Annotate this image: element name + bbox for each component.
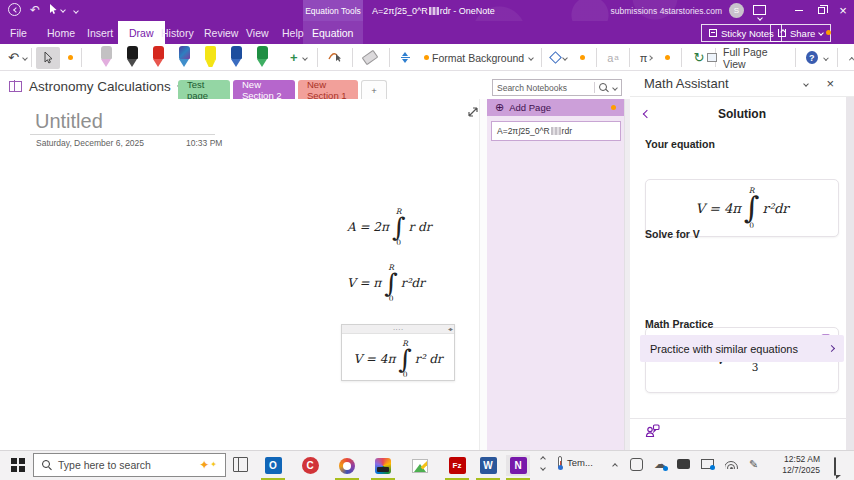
selected-equation-container[interactable]: ···· ◂▸ V = 4π R∫0 r² dr <box>341 324 455 381</box>
section-tab-test-page[interactable]: Test page <box>178 80 230 99</box>
tab-insert[interactable]: Insert <box>87 21 113 44</box>
section-tab-new-section-2[interactable]: New Section 2 <box>233 80 295 99</box>
ribbon-display-options-icon[interactable] <box>753 5 766 15</box>
black-pen[interactable] <box>126 46 139 69</box>
pen-tray-icon[interactable]: ✎ <box>749 458 758 471</box>
add-page-button[interactable]: ⊕ Add Page <box>487 99 624 116</box>
math-practice-label: Math Practice <box>645 318 713 330</box>
taskbar-search-icon <box>42 460 52 470</box>
practice-button[interactable]: Practice with similar equations <box>640 335 844 362</box>
onenote-window: ↶ Equation Tools A=2π∫25_0^Rrdr - OneNot… <box>0 0 854 480</box>
tab-help[interactable]: Help <box>282 21 304 44</box>
undo-icon[interactable]: ↶ <box>30 4 40 16</box>
taskbar-search-box[interactable]: Type here to search ✦ ✦ <box>33 453 226 477</box>
tray-app-icon[interactable] <box>630 458 643 471</box>
page-title[interactable]: Untitled <box>35 110 103 133</box>
select-objects-tool[interactable] <box>36 47 60 69</box>
tab-file[interactable]: File <box>10 21 27 44</box>
undo-dropdown-icon[interactable] <box>22 55 28 61</box>
collapse-ribbon-icon[interactable] <box>849 57 854 62</box>
taskbar-paint-icon[interactable] <box>408 455 432 476</box>
taskbar-clock[interactable]: 12:52 AM 12/7/2025 <box>772 454 820 475</box>
undo-button[interactable]: ↶ <box>8 50 19 65</box>
temperature-tray-item[interactable]: Tem... <box>558 456 593 469</box>
format-background-button[interactable]: Format Background <box>432 52 524 64</box>
pages-panel <box>487 99 624 450</box>
account-name[interactable]: submissions 4starstories.com <box>611 6 722 16</box>
task-view-icon[interactable] <box>233 457 248 472</box>
new-feature-dot <box>665 55 670 60</box>
tab-review[interactable]: Review <box>204 21 238 44</box>
taskbar-browser-icon[interactable] <box>335 455 359 476</box>
minimize-button[interactable] <box>788 0 810 21</box>
equation-container-handle[interactable]: ···· ◂▸ <box>342 325 454 334</box>
taskbar-onenote-icon[interactable]: N <box>506 455 530 476</box>
ink-to-shape-icon[interactable] <box>328 49 342 67</box>
select-cursor-icon <box>43 52 53 64</box>
format-background-dropdown-icon[interactable] <box>528 55 534 61</box>
search-icon[interactable] <box>599 83 609 93</box>
shapes-button[interactable] <box>551 53 567 62</box>
onedrive-icon[interactable]: ☁ <box>654 457 666 471</box>
back-icon[interactable] <box>8 3 21 16</box>
add-pen-button[interactable]: + <box>290 50 298 65</box>
tab-equation[interactable]: Equation <box>312 21 353 44</box>
add-section-tab[interactable]: + <box>361 80 387 99</box>
eraser-pen[interactable] <box>100 46 113 69</box>
tab-view[interactable]: View <box>246 21 269 44</box>
galaxy-pen[interactable] <box>178 46 191 69</box>
ink-to-math-button[interactable]: π <box>640 52 653 64</box>
tab-history[interactable]: History <box>161 21 194 44</box>
taskbar-outlook-icon[interactable]: O <box>261 455 285 476</box>
help-dropdown-icon[interactable] <box>823 55 828 60</box>
navy-pen[interactable] <box>230 46 243 69</box>
close-button[interactable]: × <box>832 0 854 21</box>
equation-2[interactable]: V = π R∫0 r²dr <box>347 263 425 303</box>
search-notebooks-box[interactable]: Search Notebooks <box>492 79 622 96</box>
full-page-view-icon <box>707 53 717 62</box>
clock-time: 12:52 AM <box>772 454 820 465</box>
eraser-tool-icon[interactable] <box>361 50 378 65</box>
restore-button[interactable] <box>810 0 832 21</box>
resize-handle-icon[interactable]: ◂▸ <box>448 325 452 332</box>
section-tab-new-section-1[interactable]: New Section 1 <box>298 80 358 99</box>
start-button[interactable] <box>11 458 25 472</box>
assistant-collapse-icon[interactable] <box>804 81 810 87</box>
tab-draw[interactable]: Draw <box>118 21 165 44</box>
taskbar-word-icon[interactable]: W <box>476 455 500 476</box>
full-page-view-button[interactable]: Full Page View <box>723 46 786 70</box>
action-center-icon[interactable] <box>834 457 836 476</box>
green-pen[interactable] <box>256 46 269 69</box>
expand-page-list-icon[interactable] <box>466 105 480 123</box>
quick-access-dropdown-icon[interactable] <box>74 4 78 15</box>
ink-replay-button[interactable]: ↻ <box>693 50 704 65</box>
notebook-title[interactable]: Astronomy Calculations <box>29 79 171 94</box>
taskbar-scroll-chevrons[interactable] <box>541 457 545 470</box>
search-highlights-icon[interactable]: ✦ ✦ <box>199 459 217 471</box>
your-equation-label: Your equation <box>645 138 715 150</box>
add-pen-dropdown-icon[interactable] <box>302 55 308 61</box>
tray-dark-icon[interactable] <box>677 459 690 469</box>
feedback-icon[interactable] <box>645 424 660 442</box>
clock-date: 12/7/2025 <box>772 465 820 476</box>
equation-3[interactable]: V = 4π R∫0 r² dr <box>342 339 454 379</box>
assistant-scrollbar[interactable] <box>846 97 854 450</box>
red-pen[interactable] <box>152 46 165 69</box>
avatar[interactable]: S <box>729 3 744 18</box>
touch-mode-toggle[interactable] <box>49 4 65 15</box>
equation-1[interactable]: A = 2π R∫0 r dr <box>347 207 431 247</box>
insert-space-icon[interactable] <box>401 52 410 63</box>
taskbar-filezilla-icon[interactable]: Fz <box>445 455 469 476</box>
display-tray-icon[interactable] <box>701 459 714 469</box>
page-list-item[interactable]: A=2π∫25_0^Rrdr <box>491 121 621 141</box>
assistant-close-icon[interactable]: × <box>826 76 834 91</box>
taskbar-c-app-icon[interactable]: C <box>298 455 322 476</box>
yellow-highlighter[interactable] <box>204 46 217 69</box>
tab-home[interactable]: Home <box>47 21 75 44</box>
network-icon[interactable] <box>725 459 738 469</box>
share-button[interactable]: Share <box>770 24 831 42</box>
help-icon[interactable]: ? <box>806 51 818 64</box>
search-scope-dropdown-icon[interactable] <box>612 85 618 91</box>
taskbar-m365-icon[interactable] <box>371 455 395 476</box>
practice-chevron-icon <box>828 345 835 352</box>
